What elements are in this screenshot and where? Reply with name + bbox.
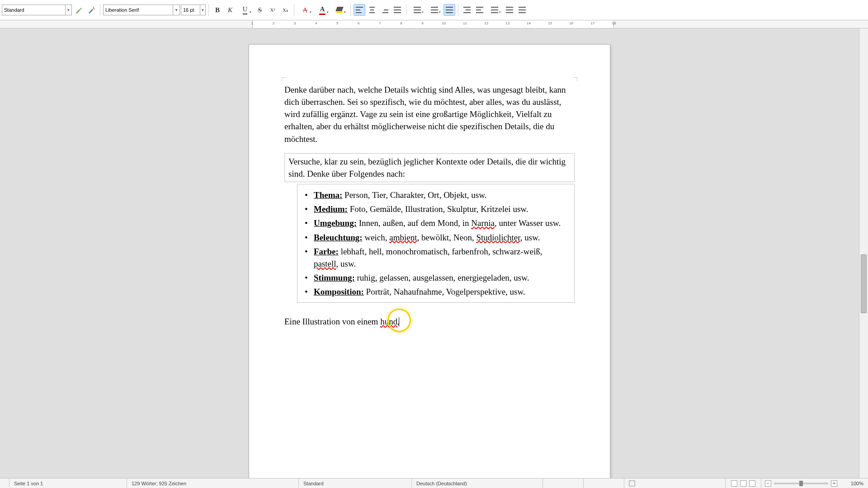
item-label: Komposition: — [314, 287, 364, 296]
item-text: ruhig, gelassen, ausgelassen, energiegel… — [355, 273, 529, 282]
item-label: Umgebung: — [314, 218, 357, 228]
toolbar-separator — [350, 4, 351, 16]
single-page-view-button[interactable] — [731, 480, 737, 487]
ruler-number: 15 — [548, 21, 552, 25]
font-size-input[interactable] — [181, 7, 200, 13]
bullet-list-button[interactable] — [409, 4, 425, 16]
document-content[interactable]: Denke darüber nach, welche Details wicht… — [284, 84, 575, 328]
ruler-number: 4 — [315, 21, 317, 25]
align-center-button[interactable] — [366, 4, 378, 16]
clear-format-letter: A — [303, 6, 308, 14]
book-view-button[interactable] — [749, 480, 755, 487]
numbered-list-button[interactable] — [426, 4, 443, 16]
align-left-button[interactable] — [354, 4, 365, 16]
horizontal-ruler[interactable]: 123456789101112131415161718 — [0, 20, 868, 28]
outline-list-button[interactable] — [443, 4, 455, 16]
list-item[interactable]: Thema: Person, Tier, Charakter, Ort, Obj… — [303, 189, 569, 201]
item-text: weich, — [363, 233, 390, 242]
document-page[interactable]: Denke darüber nach, welche Details wicht… — [249, 44, 610, 478]
italic-button[interactable]: K — [224, 4, 236, 16]
decrease-indent-button[interactable] — [474, 4, 486, 16]
zoom-in-button[interactable]: + — [831, 480, 837, 487]
font-color-swatch — [319, 14, 326, 15]
list-item[interactable]: Stimmung: ruhig, gelassen, ausgelassen, … — [303, 272, 569, 284]
font-size-combo[interactable]: ▼ — [181, 5, 206, 15]
zoom-slider[interactable]: − + — [761, 480, 841, 487]
ruler-active-area — [252, 20, 614, 28]
update-style-button[interactable] — [73, 4, 85, 16]
item-label: Farbe: — [314, 247, 339, 256]
svg-text:A: A — [92, 6, 95, 10]
ruler-number: 17 — [590, 21, 594, 25]
new-style-button[interactable]: A — [85, 4, 97, 16]
zoom-track[interactable] — [774, 483, 828, 484]
font-color-button[interactable]: A — [314, 4, 330, 16]
item-text: Person, Tier, Charakter, Ort, Objekt, us… — [342, 190, 486, 200]
line-spacing-button[interactable] — [486, 4, 503, 16]
zoom-handle[interactable] — [799, 481, 803, 486]
list-item[interactable]: Umgebung: Innen, außen, auf dem Mond, in… — [303, 217, 569, 229]
font-name-input[interactable] — [104, 7, 173, 13]
spellcheck-word[interactable]: Studiolichter — [476, 233, 520, 242]
signature-cell[interactable] — [624, 479, 640, 488]
highlight-pen-icon — [335, 7, 344, 11]
list-item[interactable]: Farbe: lebhaft, hell, monochromatisch, f… — [303, 245, 569, 270]
ruler-number: 13 — [505, 21, 509, 25]
multi-page-view-button[interactable] — [740, 480, 746, 487]
margin-mark-top-right — [573, 77, 577, 82]
ruler-number: 1 — [251, 21, 253, 25]
list-item[interactable]: Medium: Foto, Gemälde, Illustration, Sku… — [303, 203, 569, 215]
zoom-out-button[interactable]: − — [765, 480, 771, 487]
align-justify-button[interactable] — [392, 4, 403, 16]
ruler-number: 11 — [463, 21, 467, 25]
toolbar-separator — [294, 4, 294, 16]
ruler-number: 6 — [358, 21, 359, 25]
decrease-spacing-button[interactable] — [516, 4, 528, 16]
save-status-icon[interactable] — [0, 479, 9, 488]
paragraph-style-input[interactable] — [2, 7, 65, 13]
increase-spacing-button[interactable] — [504, 4, 515, 16]
increase-indent-button[interactable] — [461, 4, 473, 16]
ruler-number: 16 — [569, 21, 573, 25]
item-text: , usw. — [336, 259, 356, 268]
document-workspace: Denke darüber nach, welche Details wicht… — [0, 28, 859, 478]
selection-mode-cell[interactable] — [584, 479, 624, 488]
strikethrough-button[interactable]: S — [254, 4, 266, 16]
language-cell[interactable]: Deutsch (Deutschland) — [412, 479, 543, 488]
word-count-cell[interactable]: 129 Wörter; 925 Zeichen — [127, 479, 299, 488]
spellcheck-word[interactable]: ambient — [389, 233, 417, 242]
item-label: Medium: — [314, 204, 348, 214]
intro-paragraph[interactable]: Denke darüber nach, welche Details wicht… — [284, 84, 575, 145]
font-color-letter: A — [320, 5, 325, 13]
prompt-list-box[interactable]: Thema: Person, Tier, Charakter, Ort, Obj… — [297, 184, 575, 303]
page-count-cell[interactable]: Seite 1 von 1 — [9, 479, 127, 488]
item-text: , unter Wasser usw. — [495, 218, 561, 228]
spellcheck-word[interactable]: pastell — [314, 259, 336, 268]
clear-formatting-button[interactable]: A — [297, 4, 313, 16]
scrollbar-thumb[interactable] — [861, 254, 867, 313]
item-text: Porträt, Nahaufnahme, Vogelperspektive, … — [364, 287, 525, 296]
page-style-cell[interactable]: Standard — [299, 479, 412, 488]
spellcheck-word[interactable]: Narnia — [471, 218, 495, 228]
subscript-button[interactable]: X₂ — [279, 4, 291, 16]
font-name-combo[interactable]: ▼ — [103, 5, 180, 15]
spellcheck-word[interactable]: hund — [380, 317, 397, 326]
paragraph-style-dropdown-icon[interactable]: ▼ — [65, 5, 72, 15]
final-line[interactable]: Eine Illustration von einem hund, — [284, 315, 575, 328]
superscript-button[interactable]: X² — [267, 4, 278, 16]
zoom-percent-cell[interactable]: 100% — [841, 479, 868, 488]
list-item[interactable]: Komposition: Porträt, Nahaufnahme, Vogel… — [303, 286, 569, 298]
highlight-color-button[interactable] — [331, 4, 348, 16]
paragraph-style-combo[interactable]: ▼ — [2, 5, 72, 15]
list-item[interactable]: Beleuchtung: weich, ambient, bewölkt, Ne… — [303, 231, 569, 244]
vertical-scrollbar[interactable] — [859, 28, 868, 478]
context-box[interactable]: Versuche, klar zu sein, bezüglich jeglic… — [284, 153, 575, 182]
item-label: Stimmung: — [314, 273, 355, 282]
font-name-dropdown-icon[interactable]: ▼ — [173, 5, 179, 15]
font-size-dropdown-icon[interactable]: ▼ — [200, 5, 205, 15]
prompt-list: Thema: Person, Tier, Charakter, Ort, Obj… — [303, 189, 569, 298]
underline-button[interactable]: U — [237, 4, 253, 16]
align-right-button[interactable] — [379, 4, 391, 16]
bold-button[interactable]: B — [212, 4, 223, 16]
insert-mode-cell[interactable] — [543, 479, 584, 488]
